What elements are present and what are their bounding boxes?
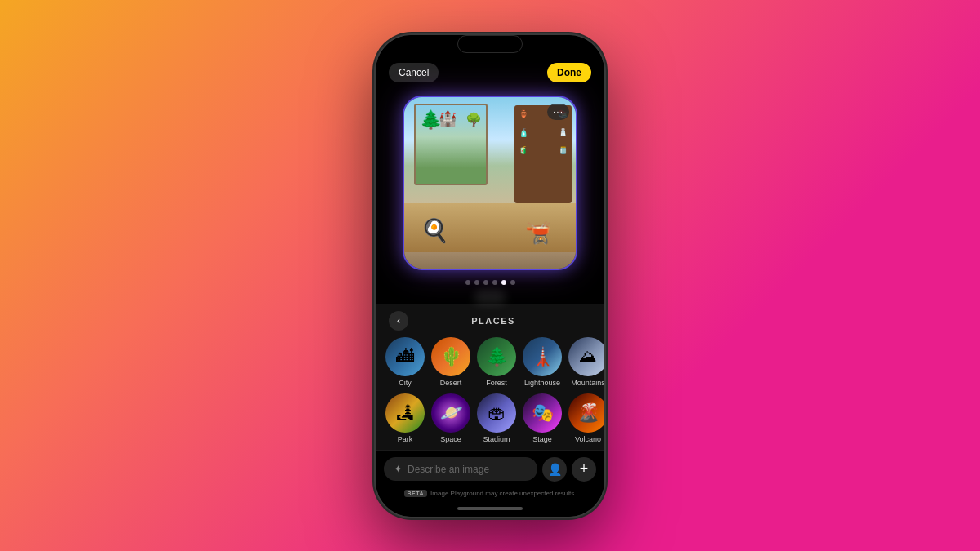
done-button[interactable]: Done [547,63,591,82]
lighthouse-icon: 🗼 [523,337,562,376]
input-bar: ✦ Describe an image 👤 + [376,450,604,488]
city-icon: 🏙 [385,337,425,376]
beta-badge: BETA [404,490,428,497]
back-button[interactable]: ‹ [389,311,408,331]
park-icon: 🏞 [385,393,425,433]
list-item[interactable]: 🌲 Forest [477,337,516,387]
dot-2[interactable] [474,280,479,285]
dot-4[interactable] [492,280,497,285]
pagination-dots [376,275,604,290]
list-item[interactable]: 🏟 Stadium [477,393,516,443]
volcano-label: Volcano [575,435,601,443]
avatar-icon: 👤 [548,463,562,476]
beta-text: Image Playground may create unexpected r… [430,490,576,497]
stadium-label: Stadium [483,435,510,443]
list-item[interactable]: 🏙 City [385,337,425,387]
list-item[interactable]: 🪐 Space [431,393,470,443]
avatar-button[interactable]: 👤 [542,457,567,482]
status-bar [376,35,604,56]
lighthouse-label: Lighthouse [524,379,560,387]
scene-pot-right: 🫕 [525,220,551,246]
list-item[interactable]: 🌵 Desert [431,337,470,387]
cancel-button[interactable]: Cancel [389,63,439,82]
category-header: ‹ PLACES [376,304,604,334]
scene-pot-left: 🍳 [421,217,449,244]
dynamic-island [457,35,523,53]
category-title: PLACES [415,316,572,326]
top-bar: Cancel Done [376,56,604,89]
describe-input[interactable]: ✦ Describe an image [384,457,537,481]
city-label: City [399,379,412,387]
volcano-icon: 🌋 [568,393,604,433]
home-bar[interactable] [457,507,523,510]
category-section: ‹ PLACES 🏙 City 🌵 Desert 🌲 Forest [376,304,604,450]
image-scene: 🌲 🏰 🌳 🏺 📚 🧴 🧂 🧃 🫙 🍳 🫕 [404,97,576,269]
generated-image: 🌲 🏰 🌳 🏺 📚 🧴 🧂 🧃 🫙 🍳 🫕 [404,97,576,269]
space-label: Space [440,435,461,443]
phone-screen: Cancel Done 🌲 🏰 🌳 🏺 📚 🧴 🧂 [376,35,604,517]
list-item[interactable]: 🎭 Stage [523,393,562,443]
mountains-icon: ⛰ [568,337,604,376]
sparkle-icon: ✦ [394,463,403,475]
beta-bar: BETA Image Playground may create unexpec… [376,488,604,504]
mountains-label: Mountains [571,379,604,387]
scene-window: 🌲 🏰 🌳 [414,104,488,185]
plus-icon: + [580,460,589,478]
plus-button[interactable]: + [572,457,596,482]
icon-grid: 🏙 City 🌵 Desert 🌲 Forest 🗼 Lighthouse ⛰ [376,334,604,450]
forest-label: Forest [486,379,507,387]
stage-label: Stage [532,435,552,443]
dot-6[interactable] [510,280,515,285]
desert-icon: 🌵 [431,337,470,376]
space-icon: 🪐 [431,393,470,433]
more-options-button[interactable]: ··· [547,104,569,120]
stadium-icon: 🏟 [477,393,516,433]
list-item[interactable]: 🗼 Lighthouse [523,337,562,387]
dot-3[interactable] [483,280,488,285]
list-item[interactable]: 🏞 Park [385,393,425,443]
forest-icon: 🌲 [477,337,516,376]
image-container: 🌲 🏰 🌳 🏺 📚 🧴 🧂 🧃 🫙 🍳 🫕 [376,89,604,275]
park-label: Park [398,435,413,443]
list-item[interactable]: ⛰ Mountains [568,337,604,387]
dot-5-active[interactable] [501,280,506,285]
dot-1[interactable] [466,280,470,285]
scene-shelf: 🏺 📚 🧴 🧂 🧃 🫙 [514,105,572,203]
blur-separator [376,290,604,304]
home-indicator [376,504,604,517]
phone-device: Cancel Done 🌲 🏰 🌳 🏺 📚 🧴 🧂 [376,35,604,517]
list-item[interactable]: 🌋 Volcano [568,393,604,443]
input-placeholder: Describe an image [408,464,489,475]
desert-label: Desert [440,379,462,387]
stage-icon: 🎭 [523,393,562,433]
